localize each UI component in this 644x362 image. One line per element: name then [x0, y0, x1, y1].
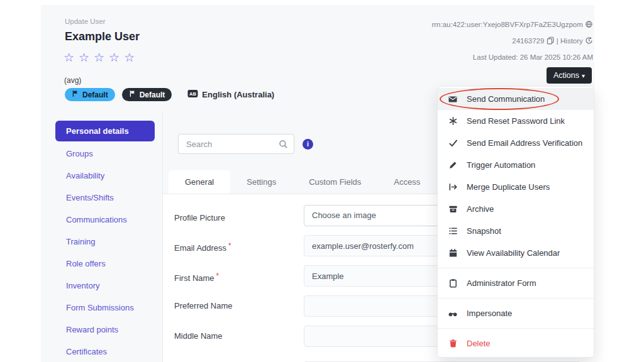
field-label: Middle Name [174, 331, 223, 341]
sidebar-item-role-offers[interactable]: Role offers [55, 253, 155, 275]
sidebar-item-reward-points[interactable]: Reward points [55, 319, 155, 341]
language-badge: AB English (Australia) [187, 89, 274, 100]
menu-item-impersonate[interactable]: Impersonate [438, 302, 594, 324]
impersonate-icon [448, 309, 458, 319]
search-input[interactable] [179, 134, 273, 153]
check-icon [448, 138, 458, 148]
svg-text:AB: AB [189, 91, 196, 97]
menu-item-send-email-address-verification[interactable]: Send Email Address Verification [438, 132, 594, 154]
rating-avg-label: (avg) [64, 76, 81, 85]
menu-divider [438, 298, 594, 299]
sidebar-item-personal-details[interactable]: Personal details [55, 121, 155, 141]
globe-icon[interactable] [585, 21, 593, 28]
clipboard-icon [448, 278, 458, 288]
merge-icon [448, 182, 458, 192]
snapshot-icon [448, 226, 458, 236]
page-title: Example User [65, 30, 140, 43]
rating-stars[interactable]: ☆☆☆☆☆ [64, 50, 139, 65]
user-id: 24163729 [512, 37, 544, 45]
sidebar-item-groups[interactable]: Groups [55, 143, 155, 165]
last-updated: Last Updated: 26 Mar 2025 10:26 AM [431, 49, 593, 65]
flag-icon [72, 90, 79, 99]
menu-item-send-reset-password-link[interactable]: Send Reset Password Link [438, 110, 594, 132]
asterisk-icon [448, 116, 458, 126]
default-badge-blue[interactable]: Default [65, 88, 115, 101]
menu-item-merge-duplicate-users[interactable]: Merge Duplicate Users [438, 176, 594, 198]
actions-button[interactable]: Actions▾ [547, 67, 592, 84]
search-box [178, 134, 294, 154]
sidebar-item-events-shifts[interactable]: Events/Shifts [55, 187, 155, 209]
menu-item-administrator-form[interactable]: Administrator Form [438, 272, 594, 294]
menu-item-trigger-automation[interactable]: Trigger Automation [438, 154, 594, 176]
menu-item-view-availability-calendar[interactable]: View Availability Calendar [438, 242, 594, 264]
field-label: Email Address [174, 243, 226, 253]
history-link[interactable]: History [560, 37, 583, 45]
field-label: Preferred Name [174, 301, 232, 310]
menu-item-delete[interactable]: Delete [438, 332, 594, 354]
header-meta: rrn:au:422:user:Yxejo8BVFXrp7FaZE3Ugzpom… [431, 16, 593, 65]
menu-item-snapshot[interactable]: Snapshot [438, 220, 594, 242]
menu-item-archive[interactable]: Archive [438, 198, 594, 220]
breadcrumb: Update User [65, 18, 106, 25]
user-rrn-line: rrn:au:422:user:Yxejo8BVFXrp7FaZE3Ugzpom [431, 16, 593, 33]
required-marker: * [216, 272, 219, 280]
badge-row: Default Default AB English (Australia) [65, 88, 274, 101]
tab-bar: General Settings Custom Fields Access [169, 170, 436, 194]
tab-access[interactable]: Access [377, 170, 436, 194]
menu-divider [438, 268, 594, 268]
copy-icon[interactable] [547, 37, 557, 45]
sidebar-nav: Personal details Groups Availability Eve… [55, 121, 155, 362]
menu-divider [438, 328, 594, 329]
search-icon [279, 140, 288, 149]
sidebar-item-availability[interactable]: Availability [55, 165, 155, 187]
sidebar-item-form-submissions[interactable]: Form Submissions [55, 297, 155, 319]
required-marker: * [228, 241, 231, 250]
user-rrn: rrn:au:422:user:Yxejo8BVFXrp7FaZE3Ugzpom [431, 21, 582, 28]
mail-icon [448, 94, 458, 104]
default-badge-dark[interactable]: Default [122, 88, 172, 101]
actions-dropdown-menu: Send Communication Send Reset Password L… [437, 86, 594, 358]
tab-custom-fields[interactable]: Custom Fields [292, 170, 377, 194]
archive-icon [448, 204, 458, 214]
sidebar-item-inventory[interactable]: Inventory [55, 275, 155, 297]
info-icon[interactable]: i [303, 139, 313, 150]
menu-item-send-communication[interactable]: Send Communication [438, 88, 594, 110]
history-icon[interactable] [585, 37, 593, 45]
chevron-down-icon: ▾ [582, 72, 585, 79]
sidebar-item-communications[interactable]: Communications [55, 209, 155, 231]
sidebar-item-training[interactable]: Training [55, 231, 155, 253]
user-id-line: 24163729 | History [431, 33, 593, 49]
tab-settings[interactable]: Settings [230, 170, 292, 194]
field-label: Profile Picture [174, 213, 225, 222]
tab-general[interactable]: General [169, 170, 230, 194]
pencil-icon [448, 160, 458, 170]
trash-icon [448, 339, 458, 349]
calendar-icon [448, 248, 458, 258]
language-icon: AB [187, 89, 198, 100]
flag-icon [129, 90, 136, 99]
separator: | [557, 37, 558, 45]
app-window: Update User Example User ☆☆☆☆☆ (avg) rrn… [0, 0, 644, 362]
sidebar-item-certificates[interactable]: Certificates [55, 341, 155, 362]
field-label: First Name [174, 273, 214, 283]
